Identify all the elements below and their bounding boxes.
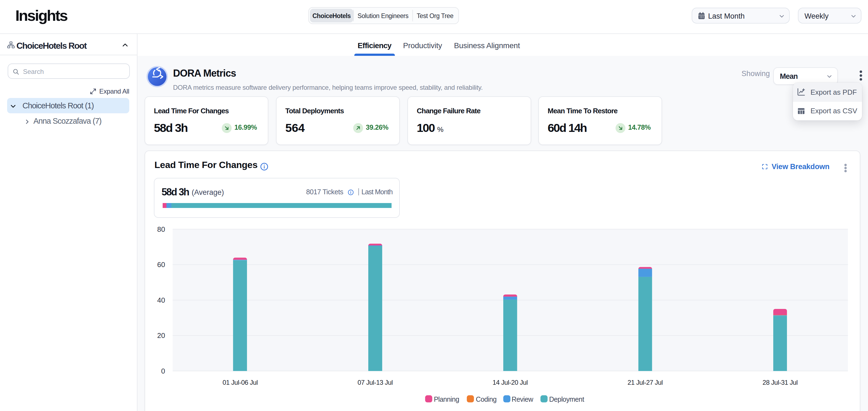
svg-text:60: 60 bbox=[157, 261, 165, 269]
svg-text:40: 40 bbox=[157, 296, 165, 304]
svg-text:80: 80 bbox=[157, 225, 165, 233]
svg-text:0: 0 bbox=[161, 367, 165, 375]
svg-text:28 Jul-31 Jul: 28 Jul-31 Jul bbox=[763, 379, 798, 386]
svg-text:07 Jul-13 Jul: 07 Jul-13 Jul bbox=[358, 379, 393, 386]
svg-text:Coding: Coding bbox=[476, 396, 497, 403]
svg-text:20: 20 bbox=[157, 331, 165, 340]
svg-text:Planning: Planning bbox=[434, 396, 459, 403]
svg-text:01 Jul-06 Jul: 01 Jul-06 Jul bbox=[223, 379, 258, 386]
svg-text:Review: Review bbox=[512, 396, 534, 403]
svg-text:14 Jul-20 Jul: 14 Jul-20 Jul bbox=[493, 379, 528, 386]
svg-text:Deployment: Deployment bbox=[549, 396, 584, 403]
svg-text:21 Jul-27 Jul: 21 Jul-27 Jul bbox=[628, 379, 663, 386]
